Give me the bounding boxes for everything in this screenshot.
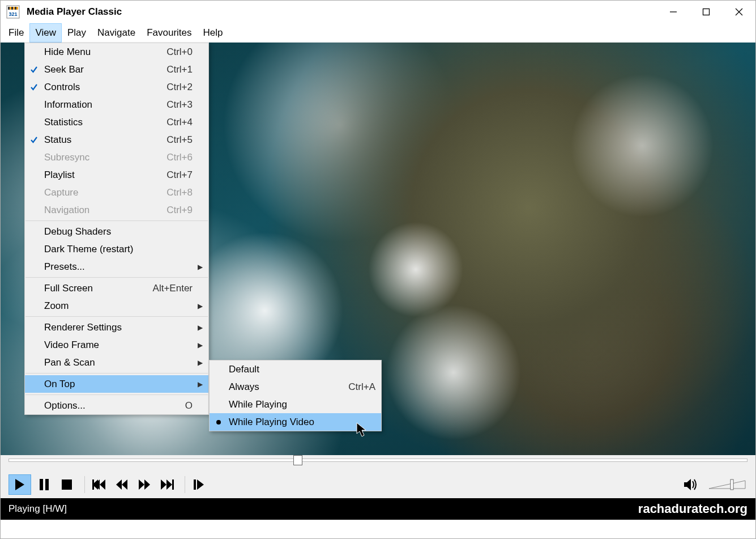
menu-favourites[interactable]: Favourites (141, 23, 197, 43)
skip-forward-button[interactable] (157, 474, 177, 495)
menuitem-hide-menu[interactable]: Hide MenuCtrl+0 (25, 43, 208, 61)
titlebar: 321 Media Player Classic (1, 1, 755, 23)
menuitem-zoom[interactable]: Zoom▶ (25, 297, 208, 315)
speaker-icon (684, 478, 698, 491)
chevron-right-icon: ▶ (193, 359, 203, 367)
svg-marker-26 (197, 479, 204, 490)
stop-button[interactable] (57, 474, 76, 495)
svg-marker-23 (166, 479, 172, 490)
svg-marker-20 (139, 479, 144, 490)
menuitem-information[interactable]: InformationCtrl+3 (25, 96, 208, 113)
window-controls (657, 1, 755, 23)
separator (25, 373, 208, 374)
menuitem-capture: CaptureCtrl+8 (25, 184, 208, 201)
menuitem-video-frame[interactable]: Video Frame▶ (25, 336, 208, 354)
svg-marker-17 (100, 479, 105, 490)
status-text: Playing [H/W] (8, 503, 67, 515)
separator (25, 316, 208, 317)
separator (25, 277, 208, 278)
window-title: Media Player Classic (27, 6, 122, 18)
submenu-while-playing[interactable]: While Playing (210, 396, 381, 413)
svg-rect-3 (11, 7, 13, 10)
rewind-button[interactable] (112, 474, 131, 495)
separator (25, 220, 208, 221)
check-icon (30, 66, 38, 74)
submenu-default[interactable]: Default (210, 360, 381, 378)
menu-play[interactable]: Play (62, 23, 92, 43)
seek-bar[interactable] (1, 455, 755, 471)
svg-rect-12 (45, 479, 49, 490)
chevron-right-icon: ▶ (193, 302, 203, 310)
check-icon (30, 136, 38, 144)
ontop-submenu: Default AlwaysCtrl+A While Playing While… (209, 360, 382, 431)
menuitem-on-top[interactable]: On Top▶ (25, 375, 208, 393)
menu-file[interactable]: File (3, 23, 29, 43)
volume-button[interactable] (683, 474, 699, 495)
separator (185, 476, 185, 493)
svg-rect-13 (62, 479, 72, 490)
chevron-right-icon: ▶ (193, 263, 203, 271)
menu-navigate[interactable]: Navigate (92, 23, 141, 43)
svg-marker-19 (122, 479, 127, 490)
view-dropdown: Hide MenuCtrl+0 Seek BarCtrl+1 ControlsC… (24, 43, 209, 415)
svg-rect-25 (194, 479, 196, 490)
menubar: File View Play Navigate Favourites Help (1, 23, 755, 43)
svg-marker-10 (15, 479, 24, 490)
chevron-right-icon: ▶ (193, 380, 203, 388)
chevron-right-icon: ▶ (193, 324, 203, 332)
menuitem-playlist[interactable]: PlaylistCtrl+7 (25, 166, 208, 184)
skip-back-button[interactable] (89, 474, 109, 495)
svg-rect-11 (40, 479, 43, 490)
menuitem-subresync: SubresyncCtrl+6 (25, 148, 208, 166)
volume-slider[interactable] (708, 478, 748, 491)
seek-handle[interactable] (293, 455, 302, 465)
separator (84, 476, 85, 493)
app-icon: 321 (6, 5, 20, 19)
svg-rect-4 (15, 7, 16, 10)
svg-text:321: 321 (8, 11, 17, 17)
forward-button[interactable] (135, 474, 154, 495)
controls-bar (1, 471, 755, 498)
menuitem-options[interactable]: Options...O (25, 397, 208, 414)
watermark-text: rachaduratech.org (638, 502, 748, 516)
menuitem-status[interactable]: StatusCtrl+5 (25, 131, 208, 148)
svg-marker-18 (116, 479, 122, 490)
menuitem-dark-theme[interactable]: Dark Theme (restart) (25, 240, 208, 258)
svg-marker-28 (709, 481, 745, 489)
menuitem-seek-bar[interactable]: Seek BarCtrl+1 (25, 61, 208, 78)
pause-button[interactable] (35, 474, 54, 495)
svg-rect-24 (172, 479, 174, 490)
status-bar: Playing [H/W] rachaduratech.org (1, 498, 755, 520)
svg-rect-2 (8, 7, 10, 10)
check-icon (30, 83, 38, 91)
menu-view[interactable]: View (29, 23, 62, 43)
menu-help[interactable]: Help (198, 23, 229, 43)
menuitem-debug-shaders[interactable]: Debug Shaders (25, 223, 208, 240)
separator (25, 394, 208, 395)
svg-marker-27 (684, 479, 691, 490)
menuitem-pan-scan[interactable]: Pan & Scan▶ (25, 354, 208, 371)
submenu-always[interactable]: AlwaysCtrl+A (210, 378, 381, 396)
menuitem-statistics[interactable]: StatisticsCtrl+4 (25, 113, 208, 131)
svg-marker-21 (144, 479, 150, 490)
svg-marker-22 (161, 479, 166, 490)
seek-track[interactable] (8, 459, 748, 462)
svg-rect-29 (731, 479, 733, 490)
maximize-button[interactable] (690, 1, 723, 23)
play-button[interactable] (8, 474, 31, 495)
svg-rect-7 (703, 9, 710, 15)
close-button[interactable] (723, 1, 755, 23)
menuitem-presets[interactable]: Presets...▶ (25, 258, 208, 275)
menuitem-full-screen[interactable]: Full ScreenAlt+Enter (25, 279, 208, 297)
minimize-button[interactable] (657, 1, 690, 23)
radio-dot-icon (216, 420, 221, 425)
submenu-while-playing-video[interactable]: While Playing Video (210, 413, 381, 431)
menuitem-navigation: NavigationCtrl+9 (25, 201, 208, 219)
chevron-right-icon: ▶ (193, 341, 203, 349)
menuitem-renderer-settings[interactable]: Renderer Settings▶ (25, 319, 208, 336)
menuitem-controls[interactable]: ControlsCtrl+2 (25, 78, 208, 96)
step-button[interactable] (190, 474, 209, 495)
